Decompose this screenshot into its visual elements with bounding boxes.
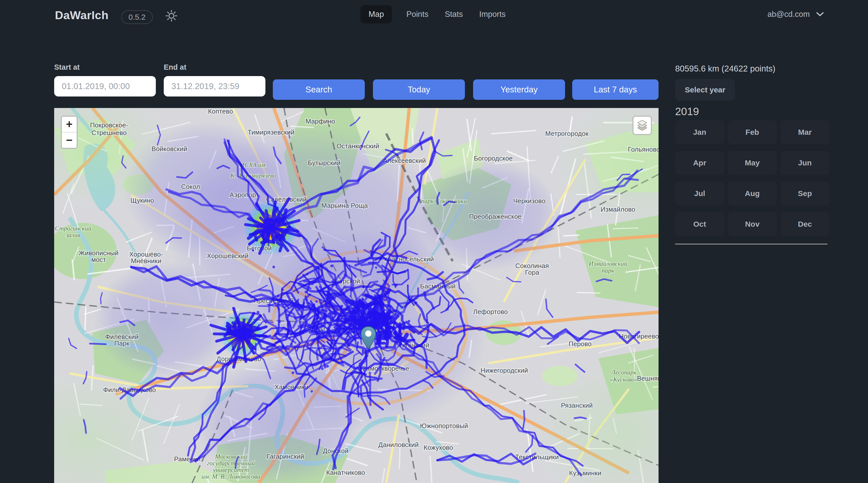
svg-text:Московский: Московский: [215, 453, 247, 460]
svg-text:Строгинский: Строгинский: [55, 225, 91, 232]
chevron-down-icon: [816, 12, 824, 17]
svg-text:Аэропорт: Аэропорт: [230, 191, 259, 199]
svg-text:Коптево: Коптево: [208, 108, 233, 115]
tab-stats[interactable]: Stats: [443, 5, 465, 24]
svg-text:Гольяново: Гольяново: [628, 146, 658, 153]
sun-icon: [165, 9, 178, 23]
svg-text:парк: парк: [601, 267, 614, 274]
svg-text:залив: залив: [66, 231, 81, 238]
svg-text:Рязанский: Рязанский: [561, 401, 593, 409]
search-button[interactable]: Search: [273, 79, 365, 100]
svg-text:Войковский: Войковский: [152, 145, 187, 153]
svg-text:Сокол: Сокол: [181, 183, 200, 190]
last-7-days-button[interactable]: Last 7 days: [572, 79, 658, 100]
user-menu[interactable]: ab@cd.com: [767, 10, 824, 19]
map-layers-button[interactable]: [632, 116, 652, 135]
svg-text:им. М. В. Ломоносова: им. М. В. Ломоносова: [202, 473, 260, 480]
start-at-input[interactable]: [54, 76, 156, 96]
svg-text:Богородское: Богородское: [474, 155, 513, 162]
select-year-button[interactable]: Select year: [675, 79, 735, 101]
zoom-in-button[interactable]: +: [62, 117, 76, 132]
svg-text:Преображенское: Преображенское: [469, 213, 522, 220]
svg-text:государственный: государственный: [207, 460, 255, 466]
map-zoom-control: + −: [61, 116, 78, 149]
svg-text:Парк: Парк: [115, 340, 130, 347]
month-button-feb[interactable]: Feb: [728, 120, 777, 144]
year-heading: 2019: [675, 105, 699, 118]
end-at-input[interactable]: [164, 76, 266, 96]
svg-text:Канатчиково: Канатчиково: [326, 469, 365, 476]
svg-text:Южнопортовый: Южнопортовый: [420, 422, 468, 430]
svg-text:Перово: Перово: [569, 340, 592, 348]
svg-text:Гагаринский: Гагаринский: [267, 453, 304, 460]
month-button-jul[interactable]: Jul: [675, 182, 724, 205]
start-at-field: Start at: [54, 63, 156, 96]
sidebar-divider: [675, 244, 827, 244]
svg-text:Покровское-: Покровское-: [90, 121, 128, 129]
user-email: ab@cd.com: [767, 10, 810, 19]
start-at-label: Start at: [54, 63, 156, 71]
svg-text:Останкинский: Останкинский: [336, 142, 379, 150]
month-grid: Jan Feb Mar Apr May Jun Jul Aug Sep Oct …: [675, 120, 830, 236]
svg-text:Тимирязевский: Тимирязевский: [248, 128, 294, 136]
svg-text:Лефортово: Лефортово: [473, 308, 507, 316]
month-button-sep[interactable]: Sep: [780, 182, 830, 205]
svg-text:«Кусково»: «Кусково»: [610, 376, 638, 383]
end-at-label: End at: [164, 63, 266, 71]
month-button-dec[interactable]: Dec: [780, 212, 830, 236]
navbar: DaWarIch 0.5.2 Map Points Stats Imports …: [0, 0, 868, 31]
version-badge: 0.5.2: [121, 10, 153, 24]
distance-summary: 80595.6 km (24622 points): [675, 64, 776, 73]
svg-text:Лесопарк: Лесопарк: [611, 369, 637, 376]
svg-text:Метрогородок: Метрогородок: [545, 130, 589, 137]
tab-imports[interactable]: Imports: [477, 5, 507, 24]
month-button-oct[interactable]: Oct: [675, 212, 724, 236]
layers-icon: [636, 119, 649, 132]
svg-text:Измайлово: Измайлово: [600, 205, 635, 213]
month-button-may[interactable]: May: [728, 151, 777, 175]
svg-text:университет: университет: [212, 466, 249, 473]
yesterday-button[interactable]: Yesterday: [473, 79, 565, 100]
svg-text:Даниловский: Даниловский: [378, 441, 419, 449]
month-button-mar[interactable]: Mar: [780, 120, 830, 144]
app-logo[interactable]: DaWarIch: [55, 9, 108, 22]
svg-text:Марфино: Марфино: [306, 118, 335, 125]
svg-text:Мнёвники: Мнёвники: [131, 257, 161, 265]
theme-toggle-button[interactable]: [165, 9, 178, 23]
svg-text:Нижегородский: Нижегородский: [480, 366, 528, 374]
end-at-field: End at: [164, 63, 266, 96]
svg-text:Бутырский: Бутырский: [308, 159, 341, 167]
svg-text:Кузьминки: Кузьминки: [569, 469, 601, 477]
main-tabs: Map Points Stats Imports: [361, 5, 508, 24]
month-button-jan[interactable]: Jan: [675, 120, 724, 144]
map-container[interactable]: КоптевоТимирязевскийМСХА им.К. А. Тимиря…: [54, 108, 658, 483]
svg-text:Гора: Гора: [525, 268, 539, 276]
zoom-out-button[interactable]: −: [62, 132, 76, 148]
location-marker[interactable]: [360, 326, 377, 350]
map-svg: КоптевоТимирязевскийМСХА им.К. А. Тимиря…: [54, 108, 658, 483]
svg-text:мост: мост: [91, 256, 106, 263]
svg-text:Хорошёвский: Хорошёвский: [207, 252, 249, 260]
page: { "header": { "logo": "DaWarIch", "versi…: [0, 0, 868, 483]
tab-points[interactable]: Points: [404, 5, 430, 24]
month-button-jun[interactable]: Jun: [780, 151, 830, 175]
svg-text:парк Сокольники: парк Сокольники: [421, 198, 467, 204]
month-button-nov[interactable]: Nov: [728, 212, 777, 236]
svg-text:Черкизово: Черкизово: [513, 197, 546, 205]
svg-text:Щукино: Щукино: [130, 197, 154, 204]
today-button[interactable]: Today: [373, 79, 465, 100]
svg-text:Измайловский: Измайловский: [589, 260, 627, 267]
svg-text:Стрешнево: Стрешнево: [91, 129, 126, 136]
svg-text:Кожухово: Кожухово: [424, 444, 453, 451]
tab-map[interactable]: Map: [361, 5, 392, 24]
month-button-aug[interactable]: Aug: [728, 182, 777, 205]
month-button-apr[interactable]: Apr: [675, 151, 724, 175]
svg-text:Марьина Роща: Марьина Роща: [321, 202, 368, 210]
svg-text:Вешняки: Вешняки: [637, 375, 659, 382]
